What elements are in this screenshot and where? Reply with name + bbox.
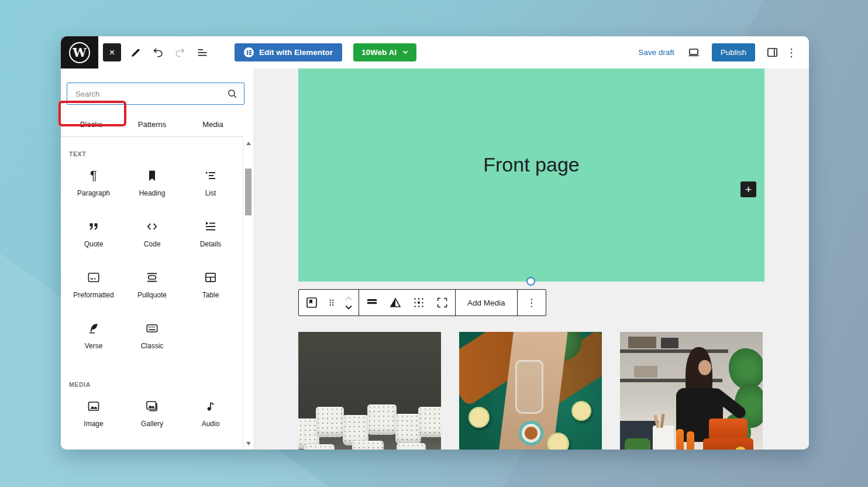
block-inserter-sidebar: Blocks Patterns Media TEXT ¶ Paragraph H…	[61, 68, 254, 450]
block-label: List	[205, 189, 216, 197]
duotone-filter-button[interactable]	[384, 290, 407, 315]
settings-panel-toggle[interactable]	[761, 42, 783, 63]
scrollbar-down-arrow[interactable]	[246, 442, 251, 445]
gallery-image-drinks[interactable]	[459, 332, 602, 450]
add-media-button[interactable]: Add Media	[457, 290, 516, 315]
tab-patterns[interactable]: Patterns	[122, 112, 182, 136]
section-title-media: MEDIA	[69, 381, 243, 388]
drag-handle[interactable]	[323, 290, 340, 315]
redo-button[interactable]	[169, 42, 191, 63]
block-item-list[interactable]: List	[181, 157, 240, 208]
drag-dots-icon	[326, 297, 337, 308]
tenweb-ai-label: 10Web AI	[361, 48, 397, 57]
block-label: Gallery	[141, 420, 163, 428]
block-label: Pullquote	[137, 291, 167, 299]
content-position-button[interactable]	[407, 290, 430, 315]
block-list: TEXT ¶ Paragraph Heading List Quote	[61, 138, 243, 450]
align-icon	[365, 296, 379, 310]
preformatted-icon	[87, 270, 101, 284]
block-item-audio[interactable]: Audio	[181, 388, 240, 439]
block-label: Quote	[84, 240, 104, 248]
block-item-gallery[interactable]: Gallery	[123, 388, 181, 439]
add-block-button[interactable]: +	[740, 181, 756, 197]
close-inserter-button[interactable]: ×	[103, 43, 121, 61]
cover-block-type-button[interactable]	[300, 290, 323, 315]
tenweb-ai-button[interactable]: 10Web AI	[353, 43, 416, 61]
elementor-logo-icon	[244, 47, 254, 57]
block-item-code[interactable]: Code	[123, 208, 181, 259]
preview-button[interactable]	[683, 42, 705, 63]
block-item-pullquote[interactable]: Pullquote	[123, 259, 181, 310]
classic-keyboard-icon	[145, 321, 159, 335]
block-item-quote[interactable]: Quote	[64, 208, 123, 259]
block-item-classic[interactable]: Classic	[123, 310, 181, 361]
close-icon: ×	[109, 47, 115, 58]
editor-canvas: Front page +	[254, 68, 809, 450]
block-label: Code	[144, 240, 161, 248]
tools-button[interactable]	[125, 42, 147, 63]
cover-block[interactable]: Front page +	[298, 68, 764, 282]
ellipsis-vertical-icon: ⋮	[786, 47, 797, 59]
block-label: Table	[202, 291, 219, 299]
editor-top-bar: W × Edit with Elementor 10Web AI Save dr…	[61, 36, 809, 68]
sidebar-panel-icon	[766, 46, 779, 59]
block-item-paragraph[interactable]: ¶ Paragraph	[64, 157, 123, 208]
search-input[interactable]	[67, 83, 244, 105]
block-item-details[interactable]: Details	[181, 208, 240, 259]
move-down-button[interactable]	[340, 303, 357, 311]
gallery-block	[298, 332, 763, 450]
header-right-group: Save draft Publish ⋮	[638, 42, 809, 63]
undo-button[interactable]	[147, 42, 169, 63]
wordpress-w-icon: W	[69, 42, 90, 63]
inserter-tabs: Blocks Patterns Media	[61, 112, 243, 137]
block-label: Details	[200, 240, 222, 248]
audio-note-icon	[204, 399, 218, 413]
wordpress-logo[interactable]: W	[61, 36, 98, 68]
block-item-verse[interactable]: Verse	[64, 310, 123, 361]
pullquote-icon	[145, 270, 159, 284]
scrollbar-up-arrow[interactable]	[246, 142, 251, 145]
block-options-button[interactable]: ⋮	[519, 290, 545, 315]
tab-media[interactable]: Media	[182, 112, 243, 136]
options-menu-button[interactable]: ⋮	[783, 46, 800, 59]
tab-blocks[interactable]: Blocks	[61, 112, 122, 136]
save-draft-button[interactable]: Save draft	[638, 48, 674, 57]
chevron-up-icon	[345, 296, 353, 301]
scrollbar-thumb[interactable]	[245, 169, 252, 215]
full-height-icon	[435, 296, 449, 310]
block-label: Paragraph	[77, 189, 110, 197]
move-up-button[interactable]	[340, 294, 357, 303]
list-view-icon	[196, 46, 209, 59]
quote-icon	[87, 220, 101, 234]
publish-button[interactable]: Publish	[712, 43, 755, 61]
block-item-table[interactable]: Table	[181, 259, 240, 310]
sidebar-scrollbar	[243, 138, 254, 450]
block-label: Preformatted	[73, 291, 113, 299]
toolbar-group-options: ⋮	[518, 290, 546, 315]
cover-resize-handle[interactable]	[526, 277, 535, 286]
block-item-heading[interactable]: Heading	[123, 157, 181, 208]
chevron-down-icon	[402, 50, 408, 54]
block-toolbar: Add Media ⋮	[298, 289, 546, 316]
cover-title[interactable]: Front page	[298, 153, 764, 176]
block-item-preformatted[interactable]: Preformatted	[64, 259, 123, 310]
redo-icon	[174, 46, 187, 59]
gallery-image-mugs[interactable]	[298, 332, 441, 450]
table-icon	[204, 270, 218, 284]
duotone-icon	[388, 296, 402, 310]
align-button[interactable]	[360, 290, 384, 315]
section-title-text: TEXT	[69, 150, 243, 157]
ellipsis-vertical-icon: ⋮	[526, 297, 536, 308]
edit-with-elementor-button[interactable]: Edit with Elementor	[235, 43, 342, 61]
toolbar-group-block	[299, 290, 359, 315]
block-label: Verse	[85, 342, 103, 350]
list-view-button[interactable]	[191, 42, 213, 63]
gallery-icon	[145, 399, 159, 413]
full-height-toggle-button[interactable]	[430, 290, 454, 315]
block-label: Audio	[202, 420, 220, 428]
block-item-image[interactable]: Image	[64, 388, 123, 439]
verse-feather-icon	[87, 321, 101, 335]
code-icon	[145, 220, 159, 234]
gallery-image-cooking[interactable]	[620, 332, 763, 450]
undo-icon	[151, 46, 164, 59]
